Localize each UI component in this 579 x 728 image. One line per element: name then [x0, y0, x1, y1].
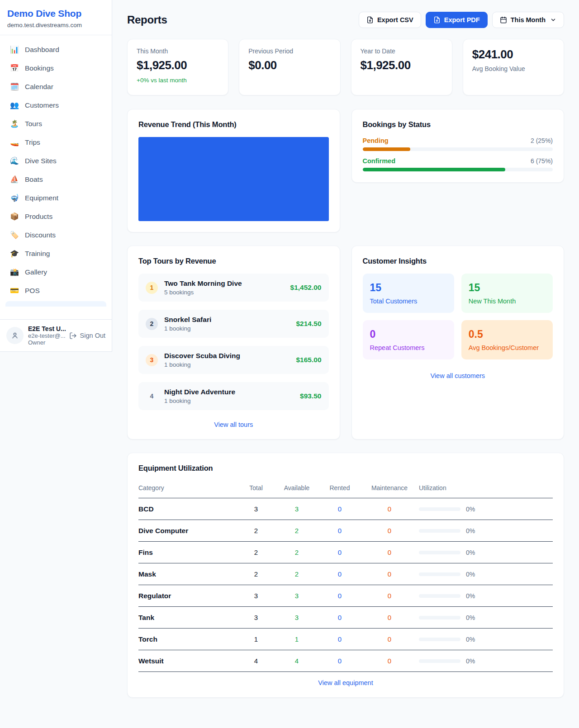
calendar-icon: 🗓️ [10, 82, 19, 91]
category-cell: Mask [138, 570, 238, 578]
period-dropdown[interactable]: This Month [492, 12, 564, 28]
sidebar-item-dive-sites[interactable]: 🌊 Dive Sites [5, 152, 106, 170]
stat-value: $241.00 [472, 47, 555, 61]
view-all-customers-link[interactable]: View all customers [363, 369, 553, 379]
tour-name: Two Tank Morning Dive [164, 279, 242, 288]
table-header: Category Total Available Rented Maintena… [138, 481, 553, 498]
column-header: Available [274, 484, 319, 492]
utilization-pct: 0% [466, 571, 475, 578]
speedboat-icon: 🚤 [10, 138, 19, 147]
charts-row: Revenue Trend (This Month) Bookings by S… [127, 109, 564, 232]
utilization-cell: 0% [419, 549, 553, 556]
sidebar-item-boats[interactable]: ⛵ Boats [5, 170, 106, 188]
maintenance-cell: 0 [360, 635, 419, 643]
sailboat-icon: ⛵ [10, 175, 19, 184]
card-title: Customer Insights [363, 257, 553, 265]
tile-label: Total Customers [370, 298, 447, 305]
total-cell: 3 [238, 592, 274, 600]
rented-cell: 0 [319, 635, 360, 643]
utilization-cell: 0% [419, 527, 553, 534]
status-row-confirmed: Confirmed 6 (75%) [363, 157, 553, 171]
main-content: Reports Export CSV Export PDF This Month [112, 0, 579, 716]
tile-value: 0.5 [469, 328, 546, 340]
tile-value: 15 [370, 282, 447, 294]
sidebar-item-training[interactable]: 🎓 Training [5, 245, 106, 262]
column-header: Maintenance [360, 484, 419, 492]
utilization-pct: 0% [466, 636, 475, 643]
card-title: Revenue Trend (This Month) [138, 120, 329, 129]
sidebar-item-equipment[interactable]: 🤿 Equipment [5, 189, 106, 207]
rented-cell: 0 [319, 570, 360, 578]
export-pdf-button[interactable]: Export PDF [426, 12, 488, 28]
export-csv-button[interactable]: Export CSV [359, 12, 421, 28]
revenue-bar [138, 137, 329, 221]
header-actions: Export CSV Export PDF This Month [359, 12, 564, 28]
export-pdf-label: Export PDF [444, 16, 480, 24]
chevron-down-icon [550, 17, 556, 23]
avatar [6, 327, 24, 344]
rank-badge: 3 [146, 354, 158, 366]
diving-mask-icon: 🤿 [10, 194, 19, 202]
utilization-pct: 0% [466, 527, 475, 534]
sign-out-label: Sign Out [80, 332, 105, 339]
tour-name: Discover Scuba Diving [164, 352, 240, 360]
tour-bookings: 1 booking [164, 325, 211, 332]
sidebar-item-label: Discounts [25, 231, 56, 239]
sign-out-button[interactable]: Sign Out [69, 332, 105, 340]
table-row: Fins 2 2 0 0 0% [138, 542, 553, 563]
sidebar-item-calendar[interactable]: 🗓️ Calendar [5, 78, 106, 95]
available-cell: 2 [274, 570, 319, 578]
revenue-trend-chart [138, 137, 329, 221]
utilization-pct: 0% [466, 592, 475, 600]
column-header: Total [238, 484, 274, 492]
sidebar-item-products[interactable]: 📦 Products [5, 208, 106, 225]
column-header: Category [138, 484, 238, 492]
stat-card-avg-booking-value: $241.00 Avg Booking Value [463, 39, 564, 95]
user-name: E2E Test U... [28, 325, 65, 332]
tile-label: Repeat Customers [370, 344, 447, 351]
utilization-cell: 0% [419, 636, 553, 643]
stat-card-this-month: This Month $1,925.00 +0% vs last month [127, 39, 228, 95]
maintenance-cell: 0 [360, 592, 419, 600]
sidebar-item-dashboard[interactable]: 📊 Dashboard [5, 41, 106, 58]
top-tours-card: Top Tours by Revenue 1 Two Tank Morning … [127, 246, 340, 440]
utilization-pct: 0% [466, 549, 475, 556]
category-cell: Tank [138, 614, 238, 622]
insights-row: Top Tours by Revenue 1 Two Tank Morning … [127, 246, 564, 440]
stat-value: $0.00 [248, 58, 331, 72]
sidebar-item-tours[interactable]: 🏝️ Tours [5, 115, 106, 132]
user-email: e2e-tester@... [28, 332, 65, 339]
utilization-pct: 0% [466, 506, 475, 513]
sidebar-item-gallery[interactable]: 📸 Gallery [5, 263, 106, 281]
sidebar-item-bookings[interactable]: 📅 Bookings [5, 59, 106, 77]
sidebar-item-pos[interactable]: 💳 POS [5, 282, 106, 299]
camera-icon: 📸 [10, 268, 19, 276]
sidebar-item-customers[interactable]: 👥 Customers [5, 96, 106, 114]
sidebar-item-discounts[interactable]: 🏷️ Discounts [5, 226, 106, 244]
stat-label: Previous Period [248, 47, 331, 55]
tile-new-this-month: 15 New This Month [461, 274, 553, 313]
sidebar: Demo Dive Shop demo.test.divestreams.com… [0, 0, 112, 352]
table-row: Regulator 3 3 0 0 0% [138, 585, 553, 607]
rented-cell: 0 [319, 548, 360, 556]
total-cell: 2 [238, 548, 274, 556]
view-all-tours-link[interactable]: View all tours [138, 418, 329, 428]
sidebar-item-label: Tours [25, 120, 42, 128]
list-item: 3 Discover Scuba Diving 1 booking $165.0… [138, 346, 329, 374]
available-cell: 3 [274, 505, 319, 513]
tile-value: 0 [370, 328, 447, 340]
list-item: 4 Night Dive Adventure 1 booking $93.50 [138, 382, 329, 410]
table-row: BCD 3 3 0 0 0% [138, 498, 553, 520]
table-row: Mask 2 2 0 0 0% [138, 563, 553, 585]
people-icon: 👥 [10, 101, 19, 109]
sign-out-icon [69, 332, 77, 340]
progress-track [363, 147, 553, 151]
bookings-by-status-card: Bookings by Status Pending 2 (25%) Confi… [351, 109, 565, 183]
sidebar-item-trips[interactable]: 🚤 Trips [5, 133, 106, 151]
sidebar-item-reports-partial[interactable] [5, 301, 106, 307]
view-all-equipment-link[interactable]: View all equipment [138, 672, 553, 689]
rank-badge: 4 [146, 390, 158, 402]
person-icon [11, 331, 19, 340]
equipment-utilization-card: Equipment Utilization Category Total Ava… [127, 453, 564, 698]
total-cell: 4 [238, 657, 274, 665]
